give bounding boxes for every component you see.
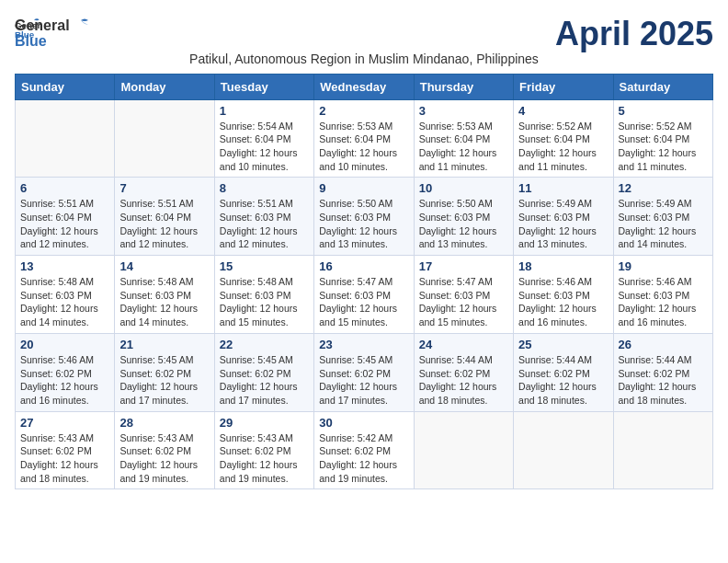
calendar-cell: 1Sunrise: 5:54 AM Sunset: 6:04 PM Daylig… [214, 99, 313, 178]
day-info: Sunrise: 5:44 AM Sunset: 6:02 PM Dayligh… [518, 353, 608, 408]
calendar-cell: 2Sunrise: 5:53 AM Sunset: 6:04 PM Daylig… [314, 99, 414, 178]
day-number: 14 [119, 259, 209, 273]
calendar-cell: 22Sunrise: 5:45 AM Sunset: 6:02 PM Dayli… [214, 333, 313, 411]
day-number: 24 [419, 338, 508, 351]
day-number: 5 [619, 104, 708, 118]
day-header-saturday: Saturday [613, 74, 712, 99]
day-number: 13 [20, 259, 109, 273]
calendar-cell: 19Sunrise: 5:46 AM Sunset: 6:03 PM Dayli… [613, 256, 712, 334]
day-info: Sunrise: 5:46 AM Sunset: 6:03 PM Dayligh… [619, 275, 708, 329]
calendar-cell [115, 99, 214, 178]
day-info: Sunrise: 5:51 AM Sunset: 6:04 PM Dayligh… [119, 197, 209, 251]
calendar-cell [613, 411, 712, 489]
calendar-cell: 29Sunrise: 5:43 AM Sunset: 6:02 PM Dayli… [214, 411, 313, 489]
day-info: Sunrise: 5:45 AM Sunset: 6:02 PM Dayligh… [319, 353, 408, 408]
calendar-cell: 4Sunrise: 5:52 AM Sunset: 6:04 PM Daylig… [514, 99, 613, 178]
day-number: 30 [319, 416, 408, 430]
day-info: Sunrise: 5:48 AM Sunset: 6:03 PM Dayligh… [119, 275, 209, 329]
day-number: 12 [619, 181, 708, 195]
calendar-cell: 28Sunrise: 5:43 AM Sunset: 6:02 PM Dayli… [115, 411, 214, 489]
calendar-cell: 13Sunrise: 5:48 AM Sunset: 6:03 PM Dayli… [16, 256, 115, 334]
calendar-week-5: 27Sunrise: 5:43 AM Sunset: 6:02 PM Dayli… [16, 411, 713, 489]
day-number: 1 [220, 104, 309, 118]
day-number: 16 [319, 259, 408, 273]
calendar-cell: 10Sunrise: 5:50 AM Sunset: 6:03 PM Dayli… [414, 178, 513, 256]
day-header-sunday: Sunday [16, 74, 115, 99]
calendar-cell: 21Sunrise: 5:45 AM Sunset: 6:02 PM Dayli… [115, 333, 214, 411]
calendar-week-3: 13Sunrise: 5:48 AM Sunset: 6:03 PM Dayli… [16, 256, 713, 334]
day-info: Sunrise: 5:43 AM Sunset: 6:02 PM Dayligh… [119, 431, 209, 486]
calendar-cell: 3Sunrise: 5:53 AM Sunset: 6:04 PM Daylig… [414, 99, 513, 178]
logo-bird-icon [72, 17, 92, 35]
day-header-thursday: Thursday [414, 74, 513, 99]
day-info: Sunrise: 5:43 AM Sunset: 6:02 PM Dayligh… [220, 431, 309, 486]
calendar-table: SundayMondayTuesdayWednesdayThursdayFrid… [15, 74, 713, 490]
calendar-cell: 5Sunrise: 5:52 AM Sunset: 6:04 PM Daylig… [613, 99, 712, 178]
calendar-cell: 14Sunrise: 5:48 AM Sunset: 6:03 PM Dayli… [115, 256, 214, 334]
calendar-cell [414, 411, 513, 489]
day-number: 9 [319, 181, 408, 195]
day-header-wednesday: Wednesday [314, 74, 414, 99]
calendar-cell: 11Sunrise: 5:49 AM Sunset: 6:03 PM Dayli… [514, 178, 613, 256]
calendar-cell: 9Sunrise: 5:50 AM Sunset: 6:03 PM Daylig… [314, 178, 414, 256]
day-info: Sunrise: 5:46 AM Sunset: 6:03 PM Dayligh… [518, 275, 608, 329]
day-number: 25 [518, 338, 608, 351]
day-number: 29 [220, 416, 309, 430]
day-number: 21 [119, 338, 209, 351]
calendar-cell: 7Sunrise: 5:51 AM Sunset: 6:04 PM Daylig… [115, 178, 214, 256]
day-info: Sunrise: 5:43 AM Sunset: 6:02 PM Dayligh… [20, 431, 109, 486]
day-number: 2 [319, 104, 408, 118]
day-number: 27 [20, 416, 109, 430]
day-info: Sunrise: 5:53 AM Sunset: 6:04 PM Dayligh… [419, 120, 508, 174]
calendar-cell: 8Sunrise: 5:51 AM Sunset: 6:03 PM Daylig… [214, 178, 313, 256]
day-number: 6 [20, 181, 109, 195]
day-number: 18 [518, 259, 608, 273]
day-info: Sunrise: 5:48 AM Sunset: 6:03 PM Dayligh… [220, 275, 309, 329]
day-info: Sunrise: 5:44 AM Sunset: 6:02 PM Dayligh… [619, 353, 708, 408]
calendar-cell [16, 99, 115, 178]
day-info: Sunrise: 5:49 AM Sunset: 6:03 PM Dayligh… [518, 197, 608, 251]
day-number: 28 [119, 416, 209, 430]
day-number: 15 [220, 259, 309, 273]
day-info: Sunrise: 5:51 AM Sunset: 6:04 PM Dayligh… [20, 197, 109, 251]
calendar-cell: 23Sunrise: 5:45 AM Sunset: 6:02 PM Dayli… [314, 333, 414, 411]
calendar-week-1: 1Sunrise: 5:54 AM Sunset: 6:04 PM Daylig… [16, 99, 713, 178]
day-info: Sunrise: 5:46 AM Sunset: 6:02 PM Dayligh… [20, 353, 109, 408]
day-number: 19 [619, 259, 708, 273]
day-number: 4 [518, 104, 608, 118]
day-number: 3 [419, 104, 508, 118]
day-info: Sunrise: 5:45 AM Sunset: 6:02 PM Dayligh… [119, 353, 209, 408]
calendar-cell: 16Sunrise: 5:47 AM Sunset: 6:03 PM Dayli… [314, 256, 414, 334]
calendar-header-row: SundayMondayTuesdayWednesdayThursdayFrid… [16, 74, 713, 99]
day-info: Sunrise: 5:48 AM Sunset: 6:03 PM Dayligh… [20, 275, 109, 329]
calendar-week-2: 6Sunrise: 5:51 AM Sunset: 6:04 PM Daylig… [16, 178, 713, 256]
logo-blue: Blue [15, 33, 92, 50]
day-info: Sunrise: 5:42 AM Sunset: 6:02 PM Dayligh… [319, 431, 408, 486]
day-info: Sunrise: 5:44 AM Sunset: 6:02 PM Dayligh… [419, 353, 508, 408]
calendar-cell: 18Sunrise: 5:46 AM Sunset: 6:03 PM Dayli… [514, 256, 613, 334]
day-number: 23 [319, 338, 408, 351]
day-info: Sunrise: 5:52 AM Sunset: 6:04 PM Dayligh… [518, 120, 608, 174]
day-info: Sunrise: 5:54 AM Sunset: 6:04 PM Dayligh… [220, 120, 309, 174]
day-info: Sunrise: 5:50 AM Sunset: 6:03 PM Dayligh… [319, 197, 408, 251]
calendar-cell: 17Sunrise: 5:47 AM Sunset: 6:03 PM Dayli… [414, 256, 513, 334]
day-info: Sunrise: 5:49 AM Sunset: 6:03 PM Dayligh… [619, 197, 708, 251]
day-header-monday: Monday [115, 74, 214, 99]
day-number: 20 [20, 338, 109, 351]
calendar-cell: 20Sunrise: 5:46 AM Sunset: 6:02 PM Dayli… [16, 333, 115, 411]
calendar-cell: 27Sunrise: 5:43 AM Sunset: 6:02 PM Dayli… [16, 411, 115, 489]
day-info: Sunrise: 5:52 AM Sunset: 6:04 PM Dayligh… [619, 120, 708, 174]
day-number: 10 [419, 181, 508, 195]
day-number: 11 [518, 181, 608, 195]
day-info: Sunrise: 5:45 AM Sunset: 6:02 PM Dayligh… [220, 353, 309, 408]
logo-general: General [15, 17, 70, 34]
month-title: April 2025 [555, 15, 713, 53]
day-header-tuesday: Tuesday [214, 74, 313, 99]
day-number: 17 [419, 259, 508, 273]
calendar-cell: 6Sunrise: 5:51 AM Sunset: 6:04 PM Daylig… [16, 178, 115, 256]
day-header-friday: Friday [514, 74, 613, 99]
day-info: Sunrise: 5:47 AM Sunset: 6:03 PM Dayligh… [419, 275, 508, 329]
calendar-cell [514, 411, 613, 489]
day-number: 8 [220, 181, 309, 195]
day-info: Sunrise: 5:50 AM Sunset: 6:03 PM Dayligh… [419, 197, 508, 251]
